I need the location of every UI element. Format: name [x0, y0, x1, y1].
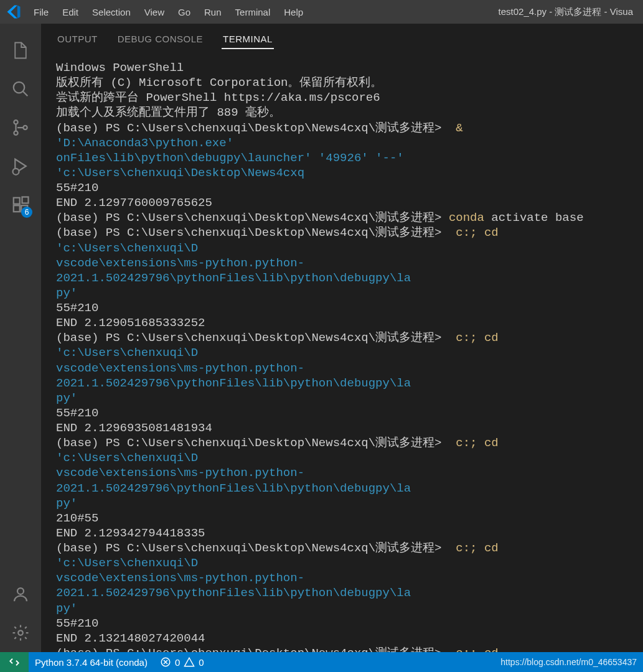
title-bar: FileEditSelectionViewGoRunTerminalHelp t… — [0, 0, 643, 24]
accounts-icon[interactable] — [0, 575, 41, 614]
search-icon[interactable] — [0, 70, 41, 108]
source-control-icon[interactable] — [0, 108, 41, 147]
terminal-line: (base) PS C:\Users\chenxuqi\Desktop\News… — [56, 330, 633, 360]
svg-point-0 — [14, 82, 25, 93]
svg-rect-8 — [22, 197, 29, 203]
menu-go[interactable]: Go — [172, 4, 197, 20]
vscode-logo-icon — [5, 3, 22, 21]
menu-edit[interactable]: Edit — [56, 4, 85, 20]
activity-bar: 6 — [0, 24, 41, 652]
terminal-line: vscode\extensions\ms-python.python-2021.… — [56, 256, 633, 286]
svg-point-10 — [18, 630, 23, 635]
terminal-line: 55#210 — [56, 406, 633, 421]
extensions-badge: 6 — [21, 207, 32, 218]
terminal-line: END 2.129051685333252 — [56, 315, 633, 330]
svg-rect-5 — [14, 198, 20, 204]
terminal-output[interactable]: Windows PowerShell版权所有 (C) Microsoft Cor… — [41, 49, 643, 652]
menu-view[interactable]: View — [138, 4, 171, 20]
terminal-line: 55#210 — [56, 616, 633, 631]
svg-point-9 — [17, 588, 24, 594]
terminal-line: (base) PS C:\Users\chenxuqi\Desktop\News… — [56, 541, 633, 571]
terminal-line: vscode\extensions\ms-python.python-2021.… — [56, 465, 633, 495]
menu-terminal[interactable]: Terminal — [229, 4, 277, 20]
main-menu: FileEditSelectionViewGoRunTerminalHelp — [27, 4, 309, 20]
explorer-icon[interactable] — [0, 31, 41, 70]
python-interpreter[interactable]: Python 3.7.4 64-bit (conda) — [29, 657, 154, 668]
terminal-line: (base) PS C:\Users\chenxuqi\Desktop\News… — [56, 121, 633, 151]
terminal-line: 尝试新的跨平台 PowerShell https://aka.ms/pscore… — [56, 90, 633, 105]
warning-count: 0 — [199, 657, 204, 668]
menu-selection[interactable]: Selection — [86, 4, 137, 20]
tab-debug-console[interactable]: DEBUG CONSOLE — [116, 30, 204, 49]
terminal-line: 210#55 — [56, 511, 633, 526]
tab-output[interactable]: OUTPUT — [56, 30, 99, 49]
window-title: test02_4.py - 测试多进程 - Visua — [499, 6, 633, 18]
run-debug-icon[interactable] — [0, 147, 41, 185]
terminal-line: END 2.132148027420044 — [56, 631, 633, 646]
terminal-line: onFiles\lib\python\debugpy\launcher' '49… — [56, 151, 633, 180]
terminal-line: vscode\extensions\ms-python.python-2021.… — [56, 361, 633, 391]
error-count: 0 — [175, 657, 180, 668]
svg-point-1 — [14, 120, 17, 124]
watermark-text: https://blog.csdn.net/m0_46653437 — [494, 657, 643, 667]
terminal-line: (base) PS C:\Users\chenxuqi\Desktop\News… — [56, 646, 633, 652]
terminal-line: 55#210 — [56, 180, 633, 195]
svg-rect-6 — [14, 205, 20, 212]
main-area: 6 OUTPUTDEBUG CONSOLETERMINAL Windows Po… — [0, 24, 643, 652]
problems-status[interactable]: 0 0 — [154, 656, 210, 668]
terminal-line: vscode\extensions\ms-python.python-2021.… — [56, 571, 633, 600]
terminal-line: END 2.1297760009765625 — [56, 195, 633, 210]
settings-gear-icon[interactable] — [0, 614, 41, 652]
panel: OUTPUTDEBUG CONSOLETERMINAL Windows Powe… — [41, 24, 643, 652]
svg-point-4 — [13, 169, 19, 175]
terminal-line: 加载个人及系统配置文件用了 889 毫秒。 — [56, 105, 633, 120]
terminal-line: py' — [56, 496, 633, 511]
menu-run[interactable]: Run — [198, 4, 228, 20]
terminal-line: (base) PS C:\Users\chenxuqi\Desktop\News… — [56, 225, 633, 255]
terminal-line: (base) PS C:\Users\chenxuqi\Desktop\News… — [56, 436, 633, 465]
terminal-line: 版权所有 (C) Microsoft Corporation。保留所有权利。 — [56, 75, 633, 90]
terminal-line: py' — [56, 391, 633, 406]
extensions-icon[interactable]: 6 — [0, 185, 41, 224]
menu-help[interactable]: Help — [278, 4, 309, 20]
menu-file[interactable]: File — [27, 4, 55, 20]
panel-tabs: OUTPUTDEBUG CONSOLETERMINAL — [41, 24, 643, 49]
terminal-line: END 2.1296935081481934 — [56, 421, 633, 436]
terminal-line: (base) PS C:\Users\chenxuqi\Desktop\News… — [56, 210, 633, 225]
terminal-line: END 2.129342794418335 — [56, 526, 633, 541]
tab-terminal[interactable]: TERMINAL — [222, 30, 274, 49]
terminal-line: py' — [56, 286, 633, 301]
remote-indicator-icon[interactable] — [0, 652, 29, 672]
terminal-line: py' — [56, 601, 633, 616]
terminal-line: 55#210 — [56, 301, 633, 315]
status-bar: Python 3.7.4 64-bit (conda) 0 0 https://… — [0, 652, 643, 672]
svg-point-2 — [14, 131, 17, 135]
terminal-line: Windows PowerShell — [56, 60, 633, 75]
svg-point-3 — [23, 126, 27, 129]
